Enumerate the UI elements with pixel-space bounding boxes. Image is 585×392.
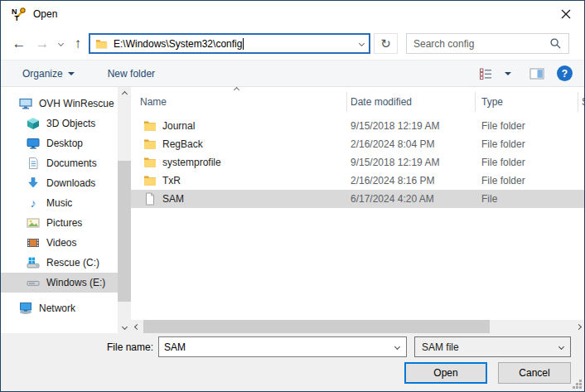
new-folder-label: New folder (108, 68, 155, 80)
column-header-size[interactable]: Size (578, 92, 584, 112)
sidebar-label: Documents (46, 157, 97, 169)
folder-icon (143, 156, 157, 169)
chevron-up-icon (121, 90, 127, 96)
file-row-systemprofile[interactable]: systemprofile 9/15/2018 12:19 AM File fo… (131, 153, 584, 172)
scroll-up-button[interactable] (118, 87, 131, 100)
open-dialog: N T Open ← → ↑ E:\Windows\System32\confi… (0, 0, 585, 392)
details-view-icon[interactable] (479, 67, 493, 80)
sidebar-label: Desktop (46, 138, 83, 149)
file-type: File folder (481, 120, 584, 132)
computer-icon (19, 97, 32, 110)
forward-button[interactable]: → (32, 27, 52, 60)
file-name-combobox[interactable] (158, 336, 407, 357)
open-button[interactable]: Open (404, 362, 487, 384)
forward-icon: → (36, 36, 50, 52)
file-type: File folder (481, 138, 584, 150)
refresh-button[interactable]: ↻ (374, 33, 398, 54)
sidebar-item-windows-e[interactable]: Windows (E:) (1, 273, 118, 293)
pictures-icon (27, 216, 40, 230)
organize-button[interactable]: Organize (14, 60, 83, 86)
column-header-type[interactable]: Type (476, 92, 578, 112)
file-row-txr[interactable]: TxR 2/16/2024 8:16 PM File folder (131, 172, 584, 190)
file-name: SAM (162, 193, 184, 205)
column-header-name[interactable]: Name (131, 92, 347, 112)
sidebar-scrollbar[interactable] (118, 87, 131, 333)
scroll-left-button[interactable] (131, 320, 143, 333)
view-dropdown-icon[interactable] (505, 72, 511, 75)
file-name: systemprofile (162, 157, 221, 168)
music-icon: ♪ (27, 196, 40, 210)
text-caret (243, 38, 244, 50)
search-box[interactable] (406, 33, 569, 54)
address-dropdown-icon[interactable] (359, 41, 365, 46)
navigation-bar: ← → ↑ E:\Windows\System32\config ↻ (1, 27, 584, 60)
sidebar-item-rescue-c[interactable]: Rescue (C:) (1, 253, 118, 273)
sidebar-item-3d-objects[interactable]: 3D Objects (1, 114, 118, 133)
up-icon: ↑ (75, 36, 82, 52)
back-icon: ← (12, 36, 27, 52)
file-date: 2/16/2024 8:04 PM (351, 138, 481, 150)
column-header-date-modified[interactable]: Date modified (347, 92, 476, 112)
sidebar-label: 3D Objects (46, 118, 95, 129)
window-title: Open (33, 8, 57, 20)
sidebar-item-this-pc[interactable]: OVH WinRescue (1, 94, 118, 114)
scrollbar-thumb[interactable] (118, 161, 131, 302)
app-key-icon: N T (12, 7, 27, 22)
cancel-button-label: Cancel (519, 367, 549, 379)
folder-icon (143, 119, 157, 133)
back-button[interactable]: ← (9, 27, 29, 60)
address-path: E:\Windows\System32\config (114, 38, 242, 50)
sidebar-item-pictures[interactable]: Pictures (1, 213, 118, 233)
sidebar-label: Music (46, 197, 72, 209)
drive-icon (27, 276, 40, 289)
scrollbar-thumb[interactable] (143, 320, 490, 333)
3d-objects-icon (27, 117, 40, 130)
file-name: Journal (162, 120, 195, 132)
chevron-right-icon (575, 323, 581, 329)
sidebar-item-videos[interactable]: Videos (1, 233, 118, 253)
close-button[interactable] (547, 1, 584, 27)
column-label: Name (140, 96, 167, 108)
resize-grip[interactable] (572, 379, 582, 389)
search-input[interactable] (413, 38, 549, 50)
dropdown-triangle-icon (68, 72, 75, 75)
recent-locations-button[interactable] (53, 27, 68, 60)
file-row-regback[interactable]: RegBack 2/16/2024 8:04 PM File folder (131, 135, 584, 153)
column-label: Size (582, 96, 584, 108)
select-dropdown-icon (558, 344, 564, 350)
sidebar-item-downloads[interactable]: Downloads (1, 173, 118, 193)
preview-pane-icon[interactable] (529, 67, 545, 80)
sidebar-label: Rescue (C:) (46, 257, 99, 269)
folder-icon (95, 38, 108, 50)
scroll-right-button[interactable] (573, 320, 584, 333)
new-folder-button[interactable]: New folder (99, 60, 163, 86)
cancel-button[interactable]: Cancel (498, 362, 571, 384)
combobox-dropdown-icon[interactable] (394, 344, 400, 350)
sidebar-label: OVH WinRescue (39, 98, 114, 109)
sidebar-item-desktop[interactable]: Desktop (1, 133, 118, 153)
file-date: 9/15/2018 12:19 AM (351, 120, 481, 132)
address-bar[interactable]: E:\Windows\System32\config (89, 33, 370, 54)
scroll-down-button[interactable] (118, 320, 131, 333)
sidebar-item-music[interactable]: ♪ Music (1, 193, 118, 213)
file-type-select[interactable]: SAM file (414, 336, 571, 357)
file-type-value: SAM file (422, 341, 459, 353)
sidebar-item-network[interactable]: Network (1, 298, 118, 318)
up-button[interactable]: ↑ (68, 27, 88, 60)
chevron-down-icon (57, 41, 63, 46)
file-list: Name Date modified Type Size Journal (131, 87, 584, 333)
dialog-footer: File name: SAM file Open Cancel (1, 333, 584, 391)
dialog-content: OVH WinRescue 3D Objects (1, 87, 584, 333)
file-name-input[interactable] (159, 341, 395, 353)
help-button[interactable]: ? (557, 65, 573, 81)
titlebar[interactable]: N T Open (1, 1, 584, 27)
folder-icon (143, 138, 157, 151)
sidebar-item-documents[interactable]: Documents (1, 153, 118, 173)
filelist-horizontal-scrollbar[interactable] (131, 320, 584, 333)
organize-label: Organize (22, 68, 63, 80)
file-row-journal[interactable]: Journal 9/15/2018 12:19 AM File folder (131, 117, 584, 135)
column-label: Type (481, 96, 503, 108)
file-row-sam[interactable]: SAM 6/17/2024 4:20 AM File (131, 190, 584, 208)
sidebar-label: Windows (E:) (46, 277, 105, 288)
file-name-label: File name: (1, 341, 153, 353)
